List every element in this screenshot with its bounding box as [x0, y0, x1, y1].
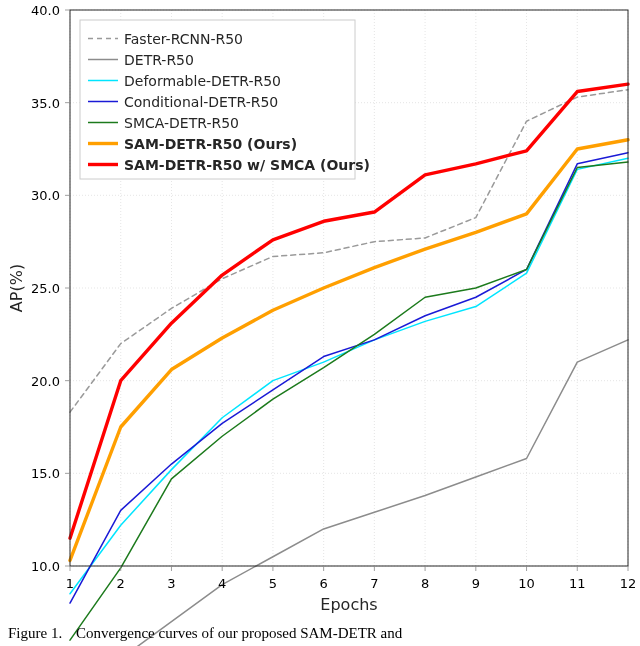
x-tick-label: 1	[66, 576, 74, 591]
y-tick-label: 40.0	[31, 3, 60, 18]
x-tick-label: 3	[167, 576, 175, 591]
chart-container: 12345678910111210.015.020.025.030.035.04…	[0, 0, 640, 646]
y-tick-label: 30.0	[31, 188, 60, 203]
legend-label: Conditional-DETR-R50	[124, 94, 278, 110]
legend-label: DETR-R50	[124, 52, 194, 68]
y-tick-label: 25.0	[31, 281, 60, 296]
legend-label: Faster-RCNN-R50	[124, 31, 243, 47]
x-axis: 123456789101112	[66, 566, 636, 591]
y-tick-label: 20.0	[31, 374, 60, 389]
x-tick-label: 11	[569, 576, 586, 591]
x-tick-label: 10	[518, 576, 535, 591]
y-tick-label: 10.0	[31, 559, 60, 574]
x-tick-label: 12	[620, 576, 637, 591]
x-tick-label: 5	[269, 576, 277, 591]
x-tick-label: 4	[218, 576, 226, 591]
caption: Figure 1. Convergence curves of our prop…	[8, 625, 403, 641]
plot-area: 12345678910111210.015.020.025.030.035.04…	[7, 3, 636, 646]
x-axis-label: Epochs	[320, 595, 377, 614]
x-tick-label: 9	[472, 576, 480, 591]
x-tick-label: 8	[421, 576, 429, 591]
x-tick-label: 6	[319, 576, 327, 591]
legend: Faster-RCNN-R50DETR-R50Deformable-DETR-R…	[80, 20, 370, 179]
y-axis: 10.015.020.025.030.035.040.0	[31, 3, 70, 574]
caption-prefix: Figure 1.	[8, 625, 62, 641]
legend-label: Deformable-DETR-R50	[124, 73, 281, 89]
x-tick-label: 2	[117, 576, 125, 591]
x-tick-label: 7	[370, 576, 378, 591]
y-tick-label: 35.0	[31, 96, 60, 111]
legend-label: SMCA-DETR-R50	[124, 115, 239, 131]
legend-label: SAM-DETR-R50 (Ours)	[124, 136, 297, 152]
y-tick-label: 15.0	[31, 466, 60, 481]
chart-svg: 12345678910111210.015.020.025.030.035.04…	[0, 0, 640, 646]
legend-label: SAM-DETR-R50 w/ SMCA (Ours)	[124, 157, 370, 173]
caption-text: Convergence curves of our proposed SAM-D…	[76, 625, 403, 641]
y-axis-label: AP(%)	[7, 264, 26, 312]
